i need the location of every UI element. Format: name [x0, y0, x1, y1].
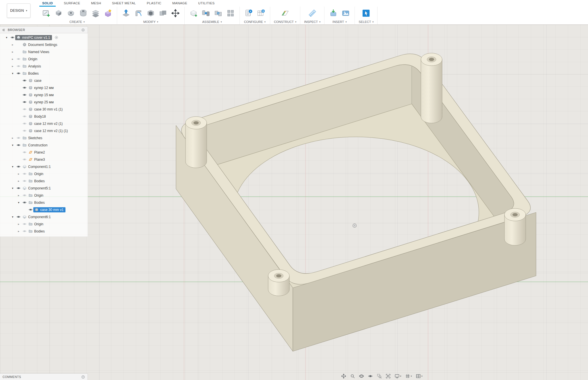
display-settings-button[interactable]: ▾	[393, 373, 402, 379]
visibility-eye-icon-off[interactable]	[22, 172, 27, 176]
visibility-eye-icon-on[interactable]	[16, 215, 21, 219]
tab-manage[interactable]: MANAGE	[172, 0, 187, 7]
comments-bar[interactable]: COMMENTS	[0, 373, 88, 380]
visibility-eye-icon-off[interactable]	[16, 136, 21, 140]
group-dropdown-construct[interactable]: CONSTRUCT▾	[274, 19, 296, 24]
tree-collapsed-arrow-icon[interactable]: ▸	[16, 172, 22, 175]
tree-expanded-arrow-icon[interactable]: ▾	[10, 165, 16, 168]
tree-row-кулер-25-мм[interactable]: кулер 25 мм	[0, 98, 88, 106]
combine-button[interactable]	[158, 8, 168, 18]
visibility-eye-icon-on[interactable]	[22, 93, 27, 97]
fillet-button[interactable]	[133, 8, 144, 18]
tree-collapsed-arrow-icon[interactable]: ▸	[16, 222, 22, 226]
group-dropdown-create[interactable]: CREATE▾	[69, 19, 85, 24]
extrude-button[interactable]	[53, 8, 64, 18]
viewports-button[interactable]: ▾	[415, 373, 424, 379]
group-dropdown-modify[interactable]: MODIFY▾	[143, 19, 158, 24]
activate-component-radio-icon[interactable]	[53, 36, 59, 39]
move-button[interactable]	[170, 8, 181, 18]
construction-plane-button[interactable]	[280, 8, 290, 18]
tree-collapsed-arrow-icon[interactable]: ▸	[16, 194, 22, 197]
pan-button[interactable]	[340, 373, 347, 379]
visibility-eye-icon-on[interactable]	[16, 71, 21, 75]
tree-row-component6-1[interactable]: ▾Component6:1	[0, 213, 88, 220]
design-workspace-button[interactable]: DESIGN ▾	[7, 3, 30, 18]
as-built-joint-button[interactable]	[213, 8, 223, 18]
tree-row-bodies[interactable]: ▾Bodies	[0, 70, 88, 77]
tree-collapsed-arrow-icon[interactable]: ▸	[10, 57, 16, 61]
visibility-eye-icon-off[interactable]	[22, 129, 27, 133]
insert-derive-button[interactable]	[328, 8, 339, 18]
group-dropdown-assemble[interactable]: ASSEMBLE▾	[202, 19, 222, 24]
tree-row-construction[interactable]: ▾Construction	[0, 141, 88, 149]
group-dropdown-insert[interactable]: INSERT▾	[332, 19, 347, 24]
tree-expanded-arrow-icon[interactable]: ▾	[10, 215, 16, 218]
create-sketch-button[interactable]	[41, 8, 51, 18]
tree-collapsed-arrow-icon[interactable]: ▸	[10, 136, 16, 139]
joint-button[interactable]	[201, 8, 211, 18]
tree-row-origin[interactable]: ▸Origin	[0, 170, 88, 177]
tree-collapsed-arrow-icon[interactable]: ▸	[16, 230, 22, 233]
visibility-eye-icon-off[interactable]	[22, 121, 27, 126]
visibility-eye-icon-off[interactable]	[22, 179, 27, 183]
tab-sheet-metal[interactable]: SHEET METAL	[112, 0, 136, 7]
tree-collapsed-arrow-icon[interactable]: ▸	[10, 65, 16, 68]
tree-row-analysis[interactable]: ▸Analysis	[0, 63, 88, 70]
tree-collapsed-arrow-icon[interactable]: ▸	[10, 50, 16, 53]
revolve-button[interactable]	[66, 8, 76, 18]
visibility-eye-icon-off[interactable]	[22, 150, 27, 154]
tree-row-case-30-mm-v1[interactable]: case 30 mm v1	[0, 206, 88, 213]
browser-options-icon[interactable]	[81, 28, 85, 32]
new-component-button[interactable]	[188, 8, 199, 18]
pattern-button[interactable]	[90, 8, 101, 18]
look-at-button[interactable]	[367, 373, 374, 379]
zoom-button[interactable]	[349, 373, 356, 379]
tree-row-case-12-mm-v2-1[interactable]: case 12 mm v2 (1)	[0, 120, 88, 127]
rigid-group-button[interactable]	[225, 8, 236, 18]
visibility-eye-icon-off[interactable]	[22, 157, 27, 162]
decal-button[interactable]	[341, 8, 351, 18]
tree-row-component5-1[interactable]: ▾Component5:1	[0, 185, 88, 192]
visibility-eye-icon-off[interactable]	[22, 114, 27, 119]
press-pull-button[interactable]	[121, 8, 131, 18]
tree-expanded-arrow-icon[interactable]: ▾	[16, 201, 22, 204]
visibility-eye-icon-off[interactable]	[16, 64, 21, 68]
tree-row-body18[interactable]: Body18	[0, 113, 88, 120]
expand-comments-icon[interactable]	[81, 375, 85, 379]
measure-button[interactable]	[307, 8, 318, 18]
create-form-button[interactable]	[103, 8, 113, 18]
3d-viewport[interactable]	[0, 25, 588, 380]
tab-solid[interactable]: SOLID	[42, 0, 53, 7]
tree-row-bodies[interactable]: ▸Bodies	[0, 177, 88, 185]
hole-button[interactable]	[78, 8, 88, 18]
visibility-eye-icon-on[interactable]	[16, 164, 21, 169]
tree-row-bodies[interactable]: ▾Bodies	[0, 199, 88, 206]
visibility-eye-icon-on[interactable]	[28, 208, 33, 212]
tree-collapsed-arrow-icon[interactable]: ▸	[10, 43, 16, 46]
tree-row-кулер-12-мм[interactable]: кулер 12 мм	[0, 84, 88, 91]
visibility-eye-icon-on[interactable]	[16, 186, 21, 190]
tree-expanded-arrow-icon[interactable]: ▾	[10, 187, 16, 190]
tree-row-origin[interactable]: ▸Origin	[0, 220, 88, 228]
visibility-eye-icon-on[interactable]	[16, 143, 21, 147]
grid-and-snaps-button[interactable]: ▾	[404, 373, 413, 379]
visibility-eye-icon-on[interactable]	[9, 35, 15, 40]
tree-row-plane2[interactable]: Plane2	[0, 149, 88, 156]
tree-expanded-arrow-icon[interactable]: ▾	[10, 144, 16, 147]
tree-expanded-arrow-icon[interactable]: ▾	[10, 72, 16, 75]
group-dropdown-inspect[interactable]: INSPECT▾	[304, 19, 320, 24]
tree-expanded-arrow-icon[interactable]: ▾	[4, 36, 9, 39]
visibility-eye-icon-off[interactable]	[16, 57, 21, 61]
select-button[interactable]	[361, 8, 371, 18]
visibility-eye-icon-on[interactable]	[22, 200, 27, 205]
tab-mesh[interactable]: MESH	[91, 0, 101, 7]
visibility-eye-icon-off[interactable]	[22, 229, 27, 233]
tree-row-plane3[interactable]: Plane3	[0, 156, 88, 163]
tree-row-named-views[interactable]: ▸Named Views	[0, 48, 88, 55]
shell-button[interactable]	[146, 8, 156, 18]
tree-row-sketches[interactable]: ▸Sketches	[0, 134, 88, 141]
visibility-eye-icon-on[interactable]	[22, 78, 27, 83]
visibility-eye-icon-on[interactable]	[22, 100, 27, 104]
tree-row-bodies[interactable]: ▸Bodies	[0, 228, 88, 235]
tab-surface[interactable]: SURFACE	[64, 0, 80, 7]
